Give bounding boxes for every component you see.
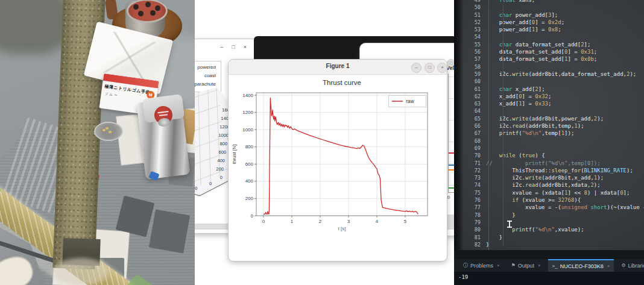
panel-divider	[454, 250, 644, 259]
code-line[interactable]: 80 printf("%d\n",xvalue);	[454, 226, 644, 233]
close-icon[interactable]: ×	[538, 263, 541, 268]
close-icon[interactable]: ×	[437, 63, 447, 73]
code-line[interactable]: 82}	[454, 241, 644, 248]
code-line[interactable]: 65 i2c.write(addr8bit,power_add,2);	[454, 115, 644, 122]
figure3d-z-tick: 600	[218, 149, 226, 155]
svg-text:2: 2	[319, 219, 322, 224]
line-number: 73	[454, 174, 486, 181]
line-number: 70	[454, 152, 486, 159]
text-cursor-icon	[507, 221, 512, 228]
line-number: 72	[454, 167, 486, 174]
svg-text:0: 0	[251, 213, 254, 219]
svg-text:1000: 1000	[242, 127, 253, 133]
svg-text:1: 1	[291, 219, 294, 224]
svg-text:1400: 1400	[242, 93, 253, 98]
line-number: 81	[454, 234, 486, 241]
figure3d-x-tick: 0	[209, 181, 212, 186]
line-number: 59	[454, 70, 486, 78]
line-number: 80	[454, 226, 486, 233]
line-number: 77	[454, 204, 486, 211]
code-area[interactable]: 49 float xans;5051 char power_add[3];52 …	[454, 0, 644, 250]
line-number: 55	[454, 41, 486, 48]
code-line[interactable]: 50	[454, 4, 644, 11]
code-line[interactable]: 71// printf("%d\n",temp[0]);	[454, 160, 644, 167]
tab-label: Output	[518, 263, 534, 269]
code-line[interactable]: 53 power_add[1] = 0x8;	[454, 26, 644, 33]
code-line[interactable]: 61 char x_add[2];	[454, 86, 644, 93]
svg-text:4: 4	[376, 219, 379, 224]
line-number: 64	[454, 107, 486, 114]
svg-text:t [s]: t [s]	[338, 226, 346, 231]
problems-tab-icon: ⓘ	[463, 262, 468, 269]
close-icon[interactable]: ×	[607, 263, 610, 269]
code-line[interactable]: 57 data_format_set_add[1] = 0x0b;	[454, 55, 644, 63]
velocity-axis-spine	[448, 74, 449, 192]
svg-text:800: 800	[245, 144, 254, 149]
code-line[interactable]: 54	[454, 33, 644, 40]
minimize-icon[interactable]: –	[411, 63, 421, 73]
svg-text:3: 3	[347, 219, 350, 224]
indent-guide	[503, 5, 504, 246]
code-line[interactable]: 59 i2c.write(addr8bit,data_format_set_ad…	[454, 70, 644, 78]
panel-tab-output[interactable]: ⚑Output×	[507, 259, 545, 272]
svg-text:1200: 1200	[242, 110, 253, 115]
panel-tab-nucleo-f303k8[interactable]: >_NUCLEO-F303K8×	[548, 259, 614, 272]
line-number: 79	[454, 219, 486, 226]
code-line[interactable]: 62 x_add[0] = 0x32;	[454, 93, 644, 100]
tab-label: NUCLEO-F303K8	[560, 263, 604, 269]
figure1-window[interactable]: Figure 1 – □ × 0123450200400600800100012…	[228, 59, 447, 262]
code-editor-panel: 49 float xans;5051 char power_add[3];52 …	[454, 0, 644, 285]
code-line[interactable]: 75 xvalue = (xdata[1] << 8) | xdata[0];	[454, 189, 644, 196]
figure3d-z-tick: 800	[219, 141, 227, 146]
panel-tab-problems[interactable]: ⓘProblems×	[459, 259, 504, 272]
line-number: 51	[454, 11, 486, 19]
line-number: 60	[454, 78, 486, 85]
code-line[interactable]: 68	[454, 137, 644, 145]
code-line[interactable]: 69	[454, 145, 644, 152]
code-line[interactable]: 74 i2c.read(addr8bit,xdata,2);	[454, 181, 644, 189]
line-number: 61	[454, 86, 486, 93]
line-number: 56	[454, 48, 486, 55]
nucleo-f303k8-tab-icon: >_	[552, 263, 558, 269]
code-line[interactable]: 58	[454, 63, 644, 70]
code-line[interactable]: 72 ThisThread::sleep_for(BLINKING_RATE);	[454, 167, 644, 174]
terminal-output[interactable]: -19	[454, 272, 644, 285]
svg-text:200: 200	[245, 196, 254, 201]
line-number: 76	[454, 196, 486, 204]
code-line[interactable]: 51 char power_add[3];	[454, 11, 644, 19]
line-number: 68	[454, 137, 486, 145]
code-line[interactable]: 79	[454, 219, 644, 226]
close-icon[interactable]: ×	[497, 263, 500, 268]
figure3d-z-tick: 200	[216, 166, 224, 172]
code-line[interactable]: 60	[454, 78, 644, 85]
code-line[interactable]: 81 }	[454, 234, 644, 241]
code-line[interactable]: 55 char data_format_set_add[2];	[454, 41, 644, 48]
code-line[interactable]: 70 while (true) {	[454, 152, 644, 159]
line-number: 66	[454, 122, 486, 130]
code-line[interactable]: 67 printf("%d\n",temp[1]);	[454, 130, 644, 137]
svg-text:0: 0	[262, 219, 265, 224]
code-line[interactable]: 77 xvalue = -(unsigned short)(~(xvalue -…	[454, 204, 644, 211]
line-number: 71	[454, 160, 486, 167]
code-line[interactable]: 64	[454, 107, 644, 114]
code-line[interactable]: 73 i2c.write(addr8bit,x_add,1);	[454, 174, 644, 181]
code-line[interactable]: 78 }	[454, 211, 644, 219]
panel-tab-libraries[interactable]: ⚙Libraries	[617, 259, 644, 272]
code-line[interactable]: 63 x_add[1] = 0x33;	[454, 100, 644, 107]
workshop-photo: 極薄ニトリルゴム手袋 ブルー M	[0, 0, 195, 285]
line-number: 53	[454, 26, 486, 33]
output-tab-icon: ⚑	[511, 263, 516, 268]
svg-text:600: 600	[245, 161, 254, 167]
figure3d-z-tick: 0	[220, 175, 223, 180]
line-number: 65	[454, 115, 486, 122]
code-line[interactable]: 76 if (xvalue >= 32768){	[454, 196, 644, 204]
plastic-wrap-base	[53, 258, 109, 285]
line-number: 67	[454, 130, 486, 137]
svg-text:400: 400	[245, 178, 254, 184]
code-line[interactable]: 52 power_add[0] = 0x2d;	[454, 19, 644, 26]
maximize-icon[interactable]: □	[425, 63, 435, 73]
figure3d-z-tick: 1000	[218, 133, 229, 138]
line-number: 52	[454, 19, 486, 26]
code-line[interactable]: 56 data_format_set_add[0] = 0x31;	[454, 48, 644, 55]
code-line[interactable]: 66 i2c.read(addr8bit,temp,1);	[454, 122, 644, 130]
